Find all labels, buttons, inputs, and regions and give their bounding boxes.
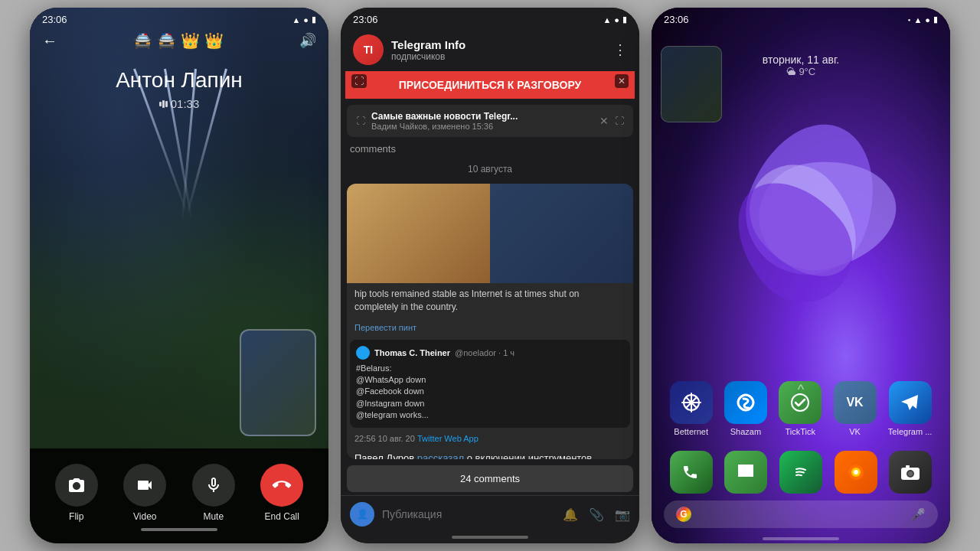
call-status-bar: 23:06 ▲ ● ▮ [30,8,328,28]
comments-section-label: comments [341,140,639,158]
firefox-icon [835,451,877,494]
flip-icon [55,464,98,507]
svg-point-8 [908,471,913,476]
end-call-button[interactable]: End Call [260,464,303,522]
mute-icon [192,464,235,507]
attach-icon[interactable]: 📎 [589,507,604,522]
signal-icon: ▲ [292,15,300,24]
tg-header: TI Telegram Info подписчиков ⋮ [341,28,639,71]
call-timer: 01:33 [42,97,316,110]
call-info: Антон Лапин 01:33 [30,53,328,116]
user-avatar: 👤 [350,502,374,527]
home-pip-video[interactable] [661,46,722,122]
phone-icon [670,451,713,494]
more-icon[interactable]: ⋮ [613,41,627,58]
video-label: Video [133,511,156,522]
channel-subscribers: подписчиков [391,51,613,62]
home-screen-indicator [763,537,839,540]
speaker-icon[interactable]: 🔊 [299,32,316,49]
ticktick-label: TickTick [785,427,815,436]
dock-spotify[interactable] [779,451,822,494]
pip-video[interactable] [240,329,316,436]
translate-link[interactable]: Перевести пинт [347,318,633,337]
betternet-label: Betternet [674,427,708,436]
camera-icon [889,451,932,494]
message-area: hip tools remained stable as Internet is… [341,181,639,462]
message-image-2 [490,184,633,283]
message-images [347,184,633,283]
tg-time: 23:06 [353,14,378,25]
comments-button[interactable]: 24 comments [347,465,633,492]
message-text-1: Павел Дуров рассказал о включении инстру… [347,445,633,459]
end-call-label: End Call [265,511,299,522]
input-icons: 🔔 📎 📷 [563,507,630,522]
caller-name: Антон Лапин [42,68,316,93]
dock-camera[interactable] [889,451,932,494]
svg-point-5 [854,470,858,474]
tg-home-indicator [452,536,528,539]
channel-avatar: TI [353,34,384,65]
dock-firefox[interactable] [835,451,877,494]
dock-messages[interactable] [724,451,767,494]
mute-label: Mute [203,511,224,522]
notification-icon[interactable]: 🔔 [563,507,578,522]
home-indicator [141,528,217,531]
channel-info: Telegram Info подписчиков [391,38,613,62]
message-input[interactable]: Публикация [382,508,555,520]
date-divider: 10 августа [341,158,639,181]
tweet-embed: Thomas C. Theiner @noelador · 1 ч #Belar… [350,340,630,428]
apps-expand[interactable]: ^ [652,382,950,398]
vk-label: VK [849,427,861,436]
phone-telegram: 23:06 ▲ ● ▮ TI Telegram Info подписчиков… [341,8,639,543]
message-image-1 [347,184,490,283]
flip-button[interactable]: Flip [55,464,98,522]
phone-home: 23:06 ● ▲ ● ▮ вторник, 11 авг. 🌥 9°C [652,8,950,543]
call-top-bar: ← 🚔🚔👑👑 🔊 [30,28,328,53]
message-inline-text: hip tools remained stable as Internet is… [347,283,633,318]
mini-notification: ⛶ Самые важные новости Telegr... Вадим Ч… [347,105,633,137]
home-signal: ▲ [913,15,922,24]
tweet-author: Thomas C. Theiner @noelador · 1 ч [356,346,624,360]
video-button[interactable]: Video [123,464,166,522]
tg-wifi: ● [614,15,619,24]
google-search-bar[interactable]: G 🎤 [664,500,938,528]
home-status-bar: 23:06 ● ▲ ● ▮ [652,8,950,28]
dock-phone[interactable] [670,451,713,494]
tweet-avatar [356,346,370,360]
video-icon [123,464,166,507]
home-wifi: ● [925,15,930,24]
tg-signal: ▲ [603,15,611,24]
svg-rect-9 [906,465,910,468]
expand-mini-icon2[interactable]: ⛶ [615,116,624,126]
close-mini-icon[interactable]: ✕ [599,115,609,127]
message-card: hip tools remained stable as Internet is… [347,184,633,459]
phone-call: 23:06 ▲ ● ▮ ← 🚔🚔👑👑 🔊 Антон Лапин [30,8,328,543]
tg-input-bar: 👤 Публикация 🔔 📎 📷 [341,495,639,533]
telegram-label: Telegram ... [888,427,932,436]
call-emojis: 🚔🚔👑👑 [57,31,299,50]
back-icon[interactable]: ← [42,32,57,50]
tweet-name: Thomas C. Theiner [374,348,450,357]
dock-row [652,451,950,494]
search-mic-icon[interactable]: 🎤 [910,507,926,522]
google-logo: G [676,507,691,522]
expand-mini-icon[interactable]: ⛶ [356,116,365,126]
home-battery: ▮ [933,15,938,24]
tg-status-bar: 23:06 ▲ ● ▮ [341,8,639,28]
camera-input-icon[interactable]: 📷 [615,507,630,522]
mute-button[interactable]: Mute [192,464,235,522]
mini-notif-text: Самые важные новости Telegr... Вадим Чай… [371,111,593,131]
tweet-handle: @noelador · 1 ч [455,348,514,357]
channel-name: Telegram Info [391,38,613,51]
call-controls: Flip Video [30,448,328,543]
messages-icon [724,451,767,494]
expand-icon[interactable]: ⛶ [351,74,367,88]
spotify-icon [779,451,822,494]
home-time: 23:06 [664,14,689,25]
avatar-letter: TI [364,44,373,56]
flip-label: Flip [69,511,83,522]
home-dot: ● [908,18,911,22]
end-call-icon [260,464,303,507]
wifi-icon: ● [303,15,309,24]
close-notification-icon[interactable]: ✕ [615,74,629,88]
